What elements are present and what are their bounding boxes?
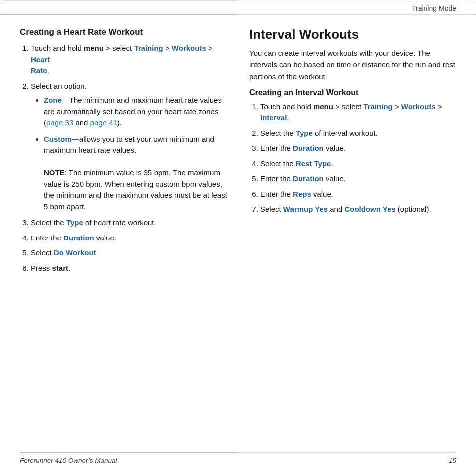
right-step-1: Touch and hold menu > select Training > … [260,101,456,124]
reps-bold: Reps [293,190,311,198]
rest-type-bold: Rest Type [296,159,331,168]
do-workout-bold: Do Workout [54,248,96,257]
training-link-r: Training [363,102,392,111]
left-step-6: Press start. [31,263,230,274]
left-steps-list: Touch and hold menu > select Training > … [20,43,230,229]
left-step-5: Select Do Workout. [31,247,230,259]
workouts-link: Workouts [172,44,206,52]
duration-bold-1: Duration [63,234,94,242]
left-step-2: Select an option. Zone—The minimum and m… [31,81,230,213]
page-footer: Forerunner 410 Owner’s Manual 15 [20,452,456,464]
workouts-link-r: Workouts [401,102,436,111]
left-steps-cont: Enter the Duration value. Select Do Work… [20,233,230,274]
type-bold-left: Type [66,218,83,227]
interval-link: Interval [260,113,287,122]
right-step-7: Select Warmup Yes and Cooldown Yes (opti… [260,204,456,215]
left-step-4: Enter the Duration value. [31,233,230,244]
warmup-yes-bold: Warmup Yes [283,205,328,213]
page41-link[interactable]: page 41 [90,118,117,127]
type-bold-r: Type [296,129,313,137]
training-link: Training [134,44,163,52]
duration-bold-r1: Duration [293,144,324,152]
cooldown-yes-bold: Cooldown Yes [344,205,395,213]
page33-link[interactable]: page 33 [46,118,73,127]
options-list: Zone—The minimum and maximum heart rate … [35,95,230,212]
right-step-5: Enter the Duration value. [260,173,456,185]
creating-interval-title: Creating an Interval Workout [249,88,456,97]
right-step-2: Select the Type of interval workout. [260,128,456,139]
right-step-6: Enter the Reps value. [260,189,456,200]
left-step-3: Select the Type of heart rate workout. [31,217,230,229]
footer-manual-name: Forerunner 410 Owner’s Manual [20,457,117,464]
left-section-title: Creating a Heart Rate Workout [20,27,230,38]
content-area: Creating a Heart Rate Workout Touch and … [0,15,476,298]
custom-option: Custom—allows you to set your own minimu… [44,134,230,213]
heart-rate-link: HeartRate [31,55,50,75]
interval-intro: You can create interval workouts with yo… [249,47,456,82]
start-bold: start [52,264,69,272]
note-label: NOTE [44,168,65,177]
chapter-title: Training Mode [412,4,456,12]
interval-title: Interval Workouts [249,27,456,42]
custom-term: Custom— [44,135,79,143]
left-column: Creating a Heart Rate Workout Touch and … [20,27,230,278]
zone-option: Zone—The minimum and maximum heart rate … [44,95,230,129]
menu-bold: menu [84,44,104,52]
menu-bold-r: menu [313,102,333,111]
footer-page-number: 15 [449,457,456,464]
right-step-4: Select the Rest Type. [260,158,456,170]
right-steps-list: Touch and hold menu > select Training > … [249,101,456,215]
page-header: Training Mode [0,0,476,15]
right-step-3: Enter the Duration value. [260,143,456,154]
duration-bold-r2: Duration [293,174,324,183]
left-step-1: Touch and hold menu > select Training > … [31,43,230,77]
right-column: Interval Workouts You can create interva… [249,27,456,278]
zone-term: Zone [44,96,62,104]
page: Training Mode Creating a Heart Rate Work… [0,0,476,476]
